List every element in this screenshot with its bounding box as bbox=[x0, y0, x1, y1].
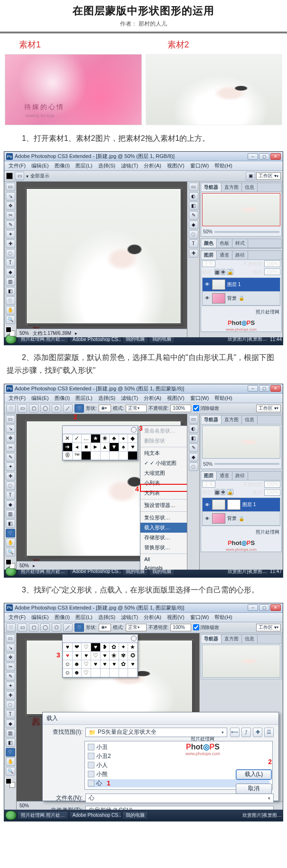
minimize-button[interactable]: – bbox=[248, 604, 258, 611]
load-button[interactable]: 载入(L) bbox=[236, 769, 272, 780]
tool-lasso-icon[interactable]: ✥ bbox=[6, 434, 15, 443]
ps1-titlebar[interactable]: Ps Adobe Photoshop CS3 Extended - [新建.jp… bbox=[4, 152, 283, 161]
shape-cell[interactable]: ™ bbox=[73, 452, 82, 460]
tray-item[interactable]: 欣赏图片[夜景图… bbox=[228, 568, 267, 575]
tool-path-icon[interactable]: ◧ bbox=[6, 739, 15, 747]
tool-zoom-icon[interactable]: 🔍 bbox=[6, 767, 15, 776]
menu-analyze[interactable]: 分析(A) bbox=[141, 162, 164, 169]
tool-custom-shape-icon[interactable]: ♡ bbox=[6, 529, 15, 537]
minimize-button[interactable]: – bbox=[248, 385, 258, 392]
ps2-options-bar[interactable]: ♡ ▭ ▢ ◯ ⬠ ／ ♡ 形状: ❀ 模式: 正常 不透明度: 100% 消除… bbox=[4, 403, 283, 414]
tool-brush-icon[interactable]: ✎ bbox=[6, 221, 15, 229]
tool-gradient-icon[interactable]: ▥ bbox=[6, 510, 15, 518]
rtool-8-icon[interactable]: ✚ bbox=[189, 249, 198, 258]
ctx-small-thumb[interactable]: ✓ 小缩览图 bbox=[140, 458, 187, 468]
ctx-save-shapes[interactable]: 存储形状… bbox=[140, 533, 187, 543]
shape-picker-popover[interactable]: ♥❤♡♥ ❥✿✦★ ♥♥♥♡ ♥❀✾✪ ☺☻♡♥ ♥♥✿♥ ☺☻♡ bbox=[62, 634, 138, 678]
opt-custom-shape-icon[interactable]: ♡ bbox=[74, 623, 84, 632]
shape-cell[interactable]: ◂ bbox=[73, 443, 82, 451]
tool-crop-icon[interactable]: ✂ bbox=[6, 663, 15, 671]
fill-value[interactable]: 100% bbox=[264, 268, 280, 275]
shape-cell[interactable]: … bbox=[82, 434, 91, 443]
layer-blendmode[interactable]: 正常 bbox=[202, 260, 215, 267]
maximize-button[interactable]: ▢ bbox=[259, 385, 269, 392]
layer1-name[interactable]: 图层 1 bbox=[242, 501, 256, 508]
menu-file[interactable]: 文件(F) bbox=[6, 395, 28, 402]
menu-select[interactable]: 选择(S) bbox=[96, 162, 118, 169]
menu-help[interactable]: 帮助(H) bbox=[212, 162, 234, 169]
panel-layers[interactable]: 图层 通道 路径 正常 不透明度: 100% 锁定: bbox=[201, 471, 282, 553]
navigator-preview[interactable] bbox=[202, 193, 280, 226]
menu-analyze[interactable]: 分析(A) bbox=[141, 395, 164, 402]
shape-cell[interactable]: ■ bbox=[82, 443, 91, 451]
panel-navigator[interactable]: 导航器 直方图 信息 50% bbox=[201, 415, 282, 469]
fg-bg-swatch[interactable] bbox=[6, 778, 15, 788]
taskbar-item[interactable]: 我的电脑 bbox=[122, 811, 148, 820]
tool-eraser-icon[interactable]: ◌ bbox=[6, 481, 15, 490]
ps1-canvas[interactable]: 那村人儿 bbox=[26, 188, 181, 324]
ps3-zoom[interactable]: 50% bbox=[19, 803, 29, 808]
ps3-menubar[interactable]: 文件(F) 编辑(E) 图像(I) 图层(L) 选择(S) 滤镜(T) 分析(A… bbox=[4, 613, 283, 622]
opt-mode-value[interactable]: 正常 bbox=[126, 624, 147, 631]
shape-cell[interactable]: ✕ bbox=[63, 434, 72, 443]
tool-type-icon[interactable]: T bbox=[6, 710, 15, 719]
menu-filter[interactable]: 滤镜(T) bbox=[119, 162, 140, 169]
tool-heal-icon[interactable]: ✚ bbox=[6, 472, 15, 480]
shape-context-menu[interactable]: 重命名形状… 删除形状 纯文本 ✓ 小缩览图 大缩览图 小列表 大列表 预设管理… bbox=[140, 425, 187, 570]
tool-gradient-icon[interactable]: ▥ bbox=[6, 277, 15, 286]
ps2-toolbox[interactable]: ▭ ↘ ✥ ✂ ✎ ✦ ✚ ◌ T ◆ ▥ ◧ ♡ ✋ 🔍 bbox=[4, 414, 17, 570]
close-button[interactable]: ✕ bbox=[270, 385, 281, 392]
tool-shape-icon[interactable]: ◆ bbox=[6, 500, 15, 509]
shape-cell[interactable]: ► bbox=[91, 443, 100, 451]
navigator-zoom-value[interactable]: 50% bbox=[203, 462, 213, 467]
tool-move-icon[interactable]: ↘ bbox=[6, 644, 15, 652]
opt-screen-mode[interactable]: ▣ bbox=[246, 172, 255, 180]
tab-paths[interactable]: 路径 bbox=[232, 251, 248, 259]
opt-rect-icon[interactable]: ▭ bbox=[18, 404, 27, 413]
tray-item[interactable]: 欣赏图片[夜景图… bbox=[228, 336, 267, 342]
shape-cell[interactable]: ★ bbox=[91, 434, 100, 443]
layerbg-name[interactable]: 背景 bbox=[227, 295, 237, 302]
tab-info[interactable]: 信息 bbox=[242, 635, 258, 643]
shape-picker-flyout-icon[interactable] bbox=[131, 636, 137, 641]
layer-blendmode[interactable]: 正常 bbox=[202, 481, 215, 488]
tab-histogram[interactable]: 直方图 bbox=[222, 416, 242, 424]
tool-zoom-icon[interactable]: 🔍 bbox=[6, 548, 15, 556]
taskbar-item[interactable]: Adobe Photoshop CS… bbox=[69, 812, 121, 819]
tool-heal-icon[interactable]: ✚ bbox=[6, 691, 15, 700]
menu-edit[interactable]: 编辑(E) bbox=[29, 395, 51, 402]
tray-item[interactable]: 欣赏图片[夜景图… bbox=[242, 812, 282, 819]
shape-picker-popover[interactable]: ✕✓…★❀♣●◆➜◂■►▲▼♠♥®™ bbox=[62, 425, 138, 461]
fg-bg-swatch[interactable] bbox=[6, 559, 15, 569]
heart-shape-grid[interactable]: ♥❤♡♥ ❥✿✦★ ♥♥♥♡ ♥❀✾✪ ☺☻♡♥ ♥♥✿♥ ☺☻♡ bbox=[63, 643, 138, 677]
tab-channels[interactable]: 通道 bbox=[217, 471, 232, 480]
layer-opacity-value[interactable]: 100% bbox=[264, 481, 280, 488]
opt-line-icon[interactable]: ／ bbox=[63, 404, 73, 413]
ps3-toolbox[interactable]: ▭ ↘ ✥ ✂ ✎ ✦ ✚ ◌ T ◆ ▥ ◧ ♡ ✋ 🔍 bbox=[4, 633, 17, 810]
layer-row-1[interactable]: 👁 图层 1 bbox=[203, 498, 280, 512]
tool-stamp-icon[interactable]: ✦ bbox=[6, 462, 15, 471]
opt-antialias-checkbox[interactable] bbox=[193, 405, 199, 411]
ctx-replace-shapes[interactable]: 替换形状… bbox=[140, 543, 187, 553]
fg-bg-swatch[interactable] bbox=[6, 327, 15, 336]
menu-window[interactable]: 窗口(W) bbox=[188, 162, 212, 169]
shape-cell[interactable] bbox=[110, 452, 119, 460]
tab-color[interactable]: 颜色 bbox=[201, 239, 217, 248]
ps1-canvas-area[interactable]: 那村人儿 50% 文档:1.17M/6.39M ▸ bbox=[17, 182, 187, 337]
rtool-6-icon[interactable]: ◌ bbox=[189, 230, 198, 239]
tab-histogram[interactable]: 直方图 bbox=[222, 183, 242, 192]
tab-info[interactable]: 信息 bbox=[242, 183, 258, 192]
opt-ellipse-icon[interactable]: ◯ bbox=[40, 404, 50, 413]
menu-view[interactable]: 视图(V) bbox=[165, 162, 187, 169]
lock-pos-icon[interactable]: ✥ bbox=[221, 269, 225, 275]
opt-shape-tool-icon[interactable]: ♡ bbox=[6, 404, 16, 413]
layer-opacity-value[interactable]: 100% bbox=[264, 260, 280, 267]
shape-cell[interactable]: ♥ bbox=[128, 443, 137, 451]
ps2-titlebar[interactable]: Ps Adobe Photoshop CS3 Extended - [新建.jp… bbox=[4, 384, 283, 394]
menu-window[interactable]: 窗口(W) bbox=[188, 395, 212, 402]
new-folder-icon[interactable]: ✚ bbox=[253, 728, 262, 737]
shape-picker-flyout-icon[interactable] bbox=[131, 427, 137, 433]
lock-all-icon[interactable]: 🔒 bbox=[227, 269, 233, 275]
close-button[interactable]: ✕ bbox=[270, 604, 281, 611]
menu-help[interactable]: 帮助(H) bbox=[212, 395, 234, 402]
